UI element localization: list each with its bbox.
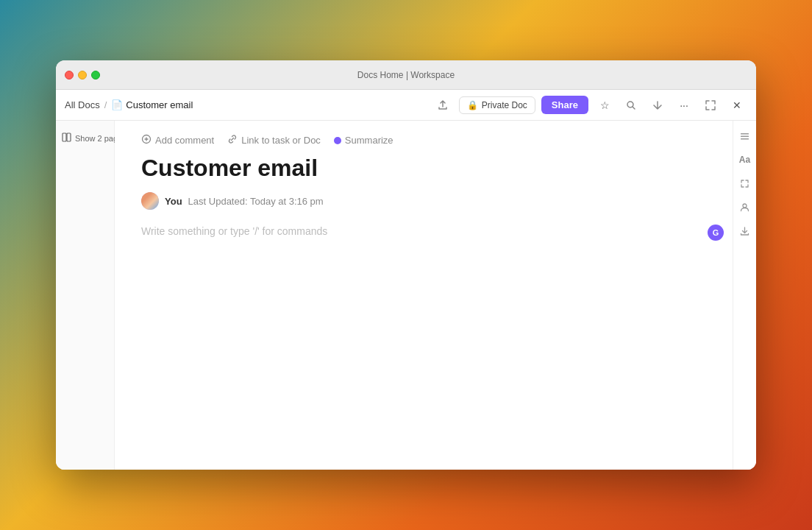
export-icon	[652, 100, 663, 110]
close-button[interactable]	[65, 71, 74, 80]
avatar	[141, 192, 159, 210]
share-icon-btn[interactable]	[432, 95, 453, 116]
expand-btn[interactable]	[736, 174, 755, 193]
link-icon	[227, 134, 238, 146]
content-area[interactable]: Add comment Link to task or Doc Summariz…	[115, 121, 733, 470]
svg-rect-1	[63, 133, 66, 141]
toolbar: All Docs / 📄 Customer email 🔒 Private Do…	[56, 90, 756, 121]
breadcrumb-root[interactable]: All Docs	[65, 99, 100, 110]
typography-btn[interactable]: Aa	[736, 150, 755, 169]
breadcrumb-separator: /	[104, 99, 107, 110]
svg-rect-2	[67, 133, 71, 141]
search-icon	[626, 100, 636, 110]
editor-placeholder: Write something or type '/' for commands	[141, 224, 327, 239]
comment-icon	[141, 134, 152, 146]
share-button[interactable]: Share	[541, 96, 588, 114]
ai-indicator: G	[708, 225, 724, 241]
star-button[interactable]: ☆	[594, 95, 615, 116]
svg-point-9	[743, 204, 747, 208]
right-panel: Aa	[733, 121, 756, 470]
link-task-button[interactable]: Link to task or Doc	[227, 134, 321, 146]
doc-icon: 📄	[111, 99, 123, 110]
close-doc-button[interactable]: ✕	[727, 95, 747, 116]
title-bar: Docs Home | Workspace	[56, 60, 756, 90]
sidebar: Show 2 pages	[56, 121, 115, 470]
breadcrumb: All Docs / 📄 Customer email	[65, 99, 193, 110]
window-title: Docs Home | Workspace	[357, 70, 455, 80]
breadcrumb-current: 📄 Customer email	[111, 99, 193, 110]
collaborators-btn[interactable]	[736, 197, 755, 216]
summarize-icon	[334, 137, 341, 144]
pages-icon	[62, 132, 71, 144]
breadcrumb-current-label: Customer email	[126, 99, 193, 110]
upload-icon	[438, 100, 448, 110]
svg-rect-8	[741, 138, 749, 140]
fullscreen-button[interactable]	[700, 95, 721, 116]
more-options-button[interactable]: ···	[674, 95, 694, 116]
doc-content: Customer email You Last Updated: Today a…	[115, 154, 733, 470]
add-comment-button[interactable]: Add comment	[141, 134, 214, 146]
search-button[interactable]	[621, 95, 641, 116]
svg-rect-7	[741, 135, 749, 137]
doc-meta: You Last Updated: Today at 3:16 pm	[141, 192, 706, 210]
fullscreen-icon	[705, 100, 716, 110]
doc-title: Customer email	[141, 154, 706, 182]
download-btn[interactable]	[736, 221, 755, 240]
private-doc-button[interactable]: 🔒 Private Doc	[459, 96, 535, 114]
author-name: You	[165, 196, 182, 207]
layout-btn[interactable]	[736, 127, 755, 146]
minimize-button[interactable]	[78, 71, 87, 80]
add-comment-label: Add comment	[155, 135, 214, 146]
app-window: Docs Home | Workspace All Docs / 📄 Custo…	[56, 60, 756, 470]
maximize-button[interactable]	[91, 71, 100, 80]
export-button[interactable]	[647, 95, 668, 116]
summarize-button[interactable]: Summarize	[334, 135, 393, 146]
private-doc-label: Private Doc	[482, 100, 527, 110]
toolbar-right: 🔒 Private Doc Share ☆ ···	[432, 95, 747, 116]
svg-rect-6	[741, 133, 749, 135]
traffic-lights	[65, 71, 100, 80]
summarize-label: Summarize	[345, 135, 393, 146]
last-updated: Last Updated: Today at 3:16 pm	[188, 196, 324, 207]
action-bar: Add comment Link to task or Doc Summariz…	[115, 121, 733, 154]
main-area: Show 2 pages Add comment	[56, 121, 756, 470]
lock-icon: 🔒	[467, 100, 478, 110]
link-task-label: Link to task or Doc	[241, 135, 321, 146]
doc-editor[interactable]: Write something or type '/' for commands…	[141, 225, 706, 238]
